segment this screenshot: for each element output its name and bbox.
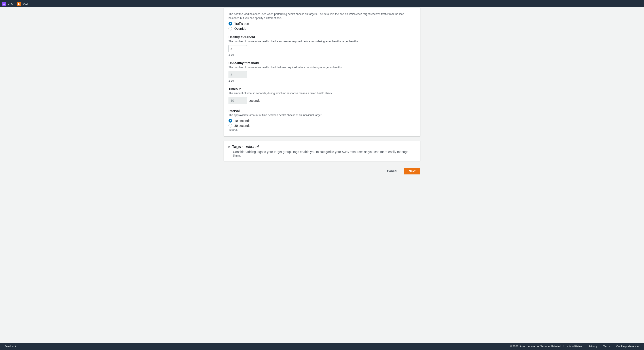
timeout-unit: seconds (249, 99, 260, 102)
cancel-button[interactable]: Cancel (382, 168, 402, 174)
port-radio-override[interactable]: Override (228, 27, 416, 30)
healthy-threshold-input[interactable] (228, 45, 247, 52)
interval-radio-30-label: 30 seconds (234, 124, 250, 128)
interval-radio-10-label: 10 seconds (234, 119, 250, 122)
footer: Feedback © 2022, Amazon Internet Service… (0, 342, 644, 350)
vpc-icon: ☁ (2, 2, 6, 6)
interval-label: Interval (228, 109, 416, 113)
interval-radio-30[interactable]: 30 seconds (228, 124, 416, 128)
healthy-threshold-field: Healthy threshold The number of consecut… (228, 35, 416, 56)
interval-radio-10[interactable]: 10 seconds (228, 119, 416, 122)
cookie-link[interactable]: Cookie preferences (616, 345, 640, 348)
health-check-panel: The port the load balancer uses when per… (224, 8, 420, 136)
nav-label-vpc: VPC (8, 2, 13, 5)
port-radio-traffic-label: Traffic port (234, 22, 249, 26)
feedback-link[interactable]: Feedback (4, 345, 16, 348)
radio-icon (228, 27, 232, 30)
interval-hint: 10 or 30 (228, 128, 416, 132)
port-radio-override-label: Override (234, 27, 246, 30)
timeout-field: Timeout The amount of time, in seconds, … (228, 87, 416, 104)
unhealthy-threshold-field: Unhealthy threshold The number of consec… (228, 61, 416, 82)
top-nav: ☁ VPC ◧ EC2 (0, 0, 644, 8)
tags-header-toggle[interactable]: Tags - optional (228, 144, 416, 149)
unhealthy-threshold-hint: 2-10 (228, 79, 416, 82)
interval-desc: The approximate amount of time between h… (228, 113, 416, 117)
interval-field: Interval The approximate amount of time … (228, 109, 416, 132)
unhealthy-threshold-desc: The number of consecutive health check f… (228, 65, 416, 69)
caret-right-icon (228, 146, 230, 148)
port-radio-traffic[interactable]: Traffic port (228, 22, 416, 26)
healthy-threshold-desc: The number of consecutive health checks … (228, 39, 416, 44)
radio-icon (228, 119, 232, 122)
privacy-link[interactable]: Privacy (588, 345, 597, 348)
footer-copyright: © 2022, Amazon Internet Services Private… (510, 345, 583, 348)
unhealthy-threshold-input (228, 71, 247, 78)
nav-label-ec2: EC2 (22, 2, 28, 5)
port-field: The port the load balancer uses when per… (228, 12, 416, 30)
tags-panel: Tags - optional Consider adding tags to … (224, 141, 420, 161)
tags-title: Tags - optional (232, 144, 259, 149)
timeout-input (228, 97, 247, 104)
port-desc: The port the load balancer uses when per… (228, 12, 416, 20)
healthy-threshold-label: Healthy threshold (228, 35, 416, 39)
timeout-desc: The amount of time, in seconds, during w… (228, 91, 416, 95)
main-content[interactable]: The port the load balancer uses when per… (0, 8, 644, 342)
ec2-icon: ◧ (17, 2, 21, 6)
nav-item-vpc[interactable]: ☁ VPC (2, 2, 13, 6)
button-row: Cancel Next (224, 168, 420, 174)
unhealthy-threshold-label: Unhealthy threshold (228, 61, 416, 65)
terms-link[interactable]: Terms (603, 345, 610, 348)
tags-desc: Consider adding tags to your target grou… (233, 150, 416, 157)
healthy-threshold-hint: 2-10 (228, 53, 416, 56)
next-button[interactable]: Next (404, 168, 420, 174)
nav-item-ec2[interactable]: ◧ EC2 (17, 2, 28, 6)
timeout-label: Timeout (228, 87, 416, 91)
radio-icon (228, 22, 232, 26)
radio-icon (228, 124, 232, 128)
